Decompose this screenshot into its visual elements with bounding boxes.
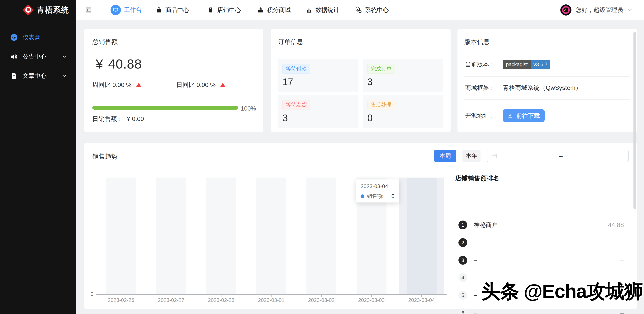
top-header: 工作台 商品中心 店铺中心 积分商城 数据统计 系统中心 ♪ — [76, 0, 644, 20]
date-range-input[interactable]: – — [487, 150, 629, 162]
gears-icon — [355, 6, 362, 14]
x-axis-label: 2023-02-28 — [196, 297, 246, 303]
user-greeting: 您好，超级管理员 — [576, 6, 623, 14]
shopping-bag-icon — [156, 6, 162, 14]
speaker-icon — [10, 52, 18, 61]
day-ratio: 日同比 0.00 % — [176, 80, 225, 89]
nav-tab-label: 系统中心 — [365, 6, 389, 14]
chart-bar-background-hovered — [407, 178, 436, 294]
rank-badge: 4 — [458, 273, 467, 282]
sidebar-item-label: 公告中心 — [23, 52, 46, 61]
nav-tab-label: 数据统计 — [316, 6, 339, 14]
ranking-title: 店铺销售额排名 — [455, 174, 624, 183]
version-info-card: 版本信息 当前版本： packagist v3.6.7 商城框架： 青梧商城系统… — [458, 29, 637, 132]
tooltip-value: 0 — [392, 193, 394, 200]
this-year-button[interactable]: 本年 — [462, 150, 480, 162]
ranking-row: 2 – – — [455, 238, 624, 247]
sidebar-menu: 仪表盘 公告中心 文章中心 — [0, 28, 76, 86]
sidebar-collapse-icon[interactable] — [84, 6, 92, 14]
chart-tooltip: 2023-03-04 销售额: 0 — [356, 180, 399, 202]
watermark-text: 头条 @Echa攻城狮 — [481, 279, 643, 304]
chart-bar-background — [106, 178, 136, 294]
nav-tab-shop-center[interactable]: 店铺中心 — [207, 0, 241, 20]
chart-bar-background — [206, 178, 236, 294]
app-logo: 青梧系统 — [0, 0, 76, 20]
store-name: 神秘商户 — [474, 221, 498, 229]
store-name: – — [474, 292, 477, 299]
sidebar-item-articles[interactable]: 文章中心 — [0, 66, 76, 86]
avatar: ♪ — [560, 4, 572, 16]
status-badge: 完成订单 — [367, 64, 395, 74]
store-name: – — [474, 274, 477, 281]
rank-badge: 6 — [458, 308, 467, 314]
x-axis-label: 2023-02-26 — [96, 297, 146, 303]
page-scrollbar[interactable] — [634, 32, 636, 209]
stat-box-after-sales: 售后处理 0 — [363, 95, 443, 128]
stat-value: 3 — [367, 76, 439, 88]
sidebar-item-label: 文章中心 — [23, 72, 46, 80]
nav-tab-label: 工作台 — [124, 6, 142, 14]
status-badge: 售后处理 — [367, 100, 395, 110]
chart-bar-background — [156, 178, 186, 294]
rank-badge: 5 — [458, 291, 467, 300]
total-sales-amount: ¥40.88 — [96, 56, 142, 72]
chart-bar-background — [306, 178, 336, 294]
ranking-row: 6 – – — [455, 308, 624, 314]
order-info-card: 订单信息 等待付款 17 完成订单 3 等待发货 3 售后处理 0 — [271, 29, 450, 132]
card-title: 销售趋势 — [92, 152, 118, 161]
x-axis-label: 2023-03-04 — [396, 297, 446, 303]
chevron-down-icon — [62, 54, 67, 60]
store-sales-ranking: 店铺销售额排名 1 神秘商户 44.88 2 – – 3 – – 4 – – 5… — [455, 174, 624, 183]
user-chevron-down-icon — [626, 7, 633, 13]
stat-value: 0 — [367, 112, 439, 124]
source-label: 开源地址： — [465, 112, 503, 120]
ranking-row: 3 – – — [455, 256, 624, 265]
store-name: – — [474, 310, 477, 314]
nav-tab-points-mall[interactable]: 积分商城 — [257, 0, 291, 20]
stat-value: 3 — [282, 112, 354, 124]
progress-bar-fill — [92, 106, 238, 110]
store-sales-value: – — [620, 309, 624, 314]
up-triangle-icon — [136, 83, 141, 87]
download-icon — [507, 113, 513, 118]
sidebar: 青梧系统 仪表盘 公告中心 文章中心 — [0, 0, 76, 314]
rank-badge: 3 — [458, 256, 467, 265]
user-menu[interactable]: ♪ 您好，超级管理员 — [560, 0, 633, 20]
monitor-icon — [110, 5, 121, 15]
date-range-separator: – — [498, 152, 624, 160]
x-axis-label: 2023-02-27 — [146, 297, 196, 303]
rank-badge: 2 — [458, 238, 467, 247]
sidebar-item-label: 仪表盘 — [23, 34, 40, 42]
stat-box-pending-payment: 等待付款 17 — [278, 59, 358, 92]
app-title: 青梧系统 — [37, 4, 69, 15]
storefront-icon — [207, 6, 214, 14]
x-axis-label: 2023-03-02 — [296, 297, 346, 303]
app-logo-icon — [23, 4, 34, 16]
store-sales-value: – — [620, 256, 624, 264]
sidebar-item-dashboard[interactable]: 仪表盘 — [0, 28, 76, 47]
nav-tab-workbench[interactable]: 工作台 — [110, 0, 142, 20]
card-title: 版本信息 — [464, 38, 490, 46]
rank-badge: 1 — [458, 220, 467, 229]
store-name: – — [474, 239, 477, 246]
x-axis-label: 2023-03-01 — [246, 297, 296, 303]
store-sales-value: – — [620, 239, 624, 246]
packagist-version-badge[interactable]: packagist v3.6.7 — [503, 60, 550, 69]
nav-tab-system-center[interactable]: 系统中心 — [355, 0, 389, 20]
up-triangle-icon — [220, 83, 225, 87]
chevron-down-icon — [62, 73, 67, 79]
progress-percent: 100% — [241, 105, 256, 112]
stat-box-completed-orders: 完成订单 3 — [363, 59, 443, 92]
download-button[interactable]: 前往下载 — [503, 110, 544, 122]
nav-tab-label: 店铺中心 — [217, 6, 241, 14]
stat-value: 17 — [282, 76, 354, 88]
x-axis-label: 2023-03-03 — [346, 297, 396, 303]
series-dot-icon — [360, 194, 364, 198]
sidebar-item-announcements[interactable]: 公告中心 — [0, 47, 76, 66]
bar-chart-icon — [306, 6, 312, 14]
this-week-button[interactable]: 本周 — [434, 150, 456, 162]
stat-box-pending-shipment: 等待发货 3 — [278, 95, 358, 128]
cake-icon — [257, 6, 264, 14]
nav-tab-data-statistics[interactable]: 数据统计 — [306, 0, 339, 20]
nav-tab-goods-center[interactable]: 商品中心 — [156, 0, 189, 20]
